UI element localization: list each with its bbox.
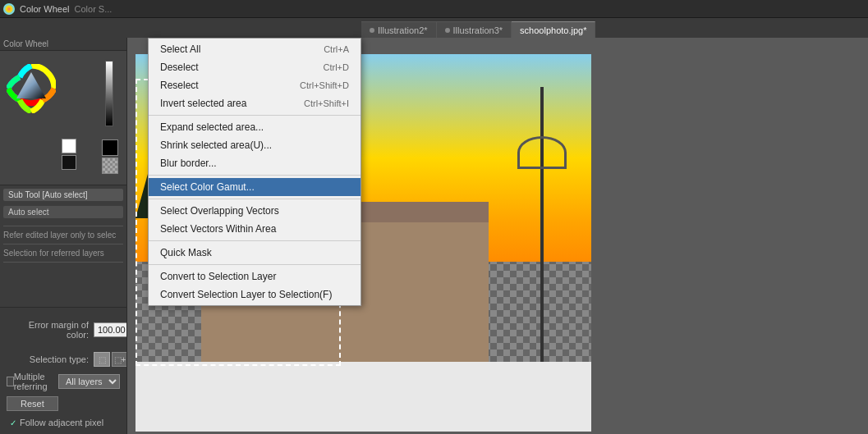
reset-row: Reset — [7, 396, 120, 411]
menu-item-expand[interactable]: Expand selected area... — [149, 118, 361, 136]
menu-item-color-gamut[interactable]: Select Color Gamut... — [149, 178, 361, 196]
swatch-transparent[interactable] — [102, 158, 118, 174]
menu-item-convert-selection-layer[interactable]: Convert to Selection Layer — [149, 267, 361, 286]
tab-dot — [370, 28, 374, 33]
app-tab2: Color S... — [75, 4, 113, 14]
multiple-referring-label: Multiple referring — [14, 372, 58, 391]
color-strip[interactable] — [105, 61, 113, 126]
menu-sep3 — [149, 199, 361, 199]
multiple-referring-row: Multiple referring All layers — [7, 372, 120, 391]
sel-new-icon[interactable]: ⬚ — [94, 352, 110, 367]
menu-item-vectors-within-area[interactable]: Select Vectors Within Area — [149, 220, 361, 238]
sub-tool-header: Sub Tool [Auto select] — [3, 189, 123, 201]
referred-layer-text: Refer edited layer only to selec — [0, 229, 126, 241]
reset-button[interactable]: Reset — [7, 396, 58, 411]
dish — [517, 136, 567, 169]
swatch-black[interactable] — [102, 139, 118, 156]
sep1 — [3, 226, 123, 226]
menu-item-convert-selection-layer-to-selection[interactable]: Convert Selection Layer to Selection(F) — [149, 286, 361, 304]
checkmark-icon: ✓ — [10, 418, 16, 427]
left-panel: Color Wheel — [0, 38, 127, 434]
error-margin-row: Error margin of color: ▶ OK Cancel — [7, 313, 120, 347]
snow-ground — [135, 362, 591, 432]
dropdown-menu: Select All Ctrl+A Deselect Ctrl+D Resele… — [148, 38, 361, 306]
menu-sep4 — [149, 240, 361, 241]
follow-adjacent-label: Follow adjacent pixel — [20, 418, 103, 427]
selection-type-label: Selection type: — [7, 354, 89, 364]
app-title: Color Wheel — [20, 4, 70, 14]
menu-item-blur-border[interactable]: Blur border... — [149, 154, 361, 172]
menu-sep5 — [149, 264, 361, 265]
error-margin-label: Error margin of color: — [7, 320, 89, 340]
menu-item-quick-mask[interactable]: Quick Mask — [149, 244, 361, 262]
swatch-dark[interactable] — [62, 155, 76, 170]
app-icon — [3, 3, 15, 15]
color-wheel-area: Color Wheel — [0, 38, 126, 185]
top-bar: Color Wheel Color S... — [0, 0, 868, 18]
selection-type-icons: ⬚ ⬚+ ⬚− — [94, 352, 127, 367]
menu-item-reselect[interactable]: Reselect Ctrl+Shift+D — [149, 76, 361, 94]
menu-item-select-all[interactable]: Select All Ctrl+A — [149, 40, 361, 58]
swatch-white[interactable] — [62, 139, 76, 153]
tab-illustration3[interactable]: Illustration3* — [437, 21, 512, 38]
sep2 — [3, 244, 123, 244]
sub-tool-area: Sub Tool [Auto select] Auto select — [0, 185, 126, 223]
menu-item-invert[interactable]: Invert selected area Ctrl+Shift+I — [149, 94, 361, 112]
error-margin-input[interactable] — [94, 322, 127, 337]
color-wheel-panel-header: Color Wheel — [0, 38, 126, 51]
menu-item-shrink[interactable]: Shrink selected area(U)... — [149, 136, 361, 154]
tab-schoolphoto[interactable]: schoolphoto.jpg* — [512, 21, 595, 38]
main-area: Color Wheel — [0, 38, 868, 434]
color-swatches — [102, 139, 118, 174]
follow-adjacent-row: ✓ Follow adjacent pixel — [7, 416, 120, 429]
tab-illustration2[interactable]: Illustration2* — [361, 21, 437, 38]
menu-sep1 — [149, 115, 361, 116]
bottom-panel: Error margin of color: ▶ OK Cancel Selec… — [0, 307, 126, 434]
menu-item-deselect[interactable]: Deselect Ctrl+D — [149, 58, 361, 76]
menu-sep2 — [149, 175, 361, 176]
selection-type-row: Selection type: ⬚ ⬚+ ⬚− — [7, 352, 120, 367]
multiple-referring-checkbox[interactable] — [7, 377, 14, 386]
selection-for-text: Selection for referred layers — [0, 247, 126, 259]
all-layers-select[interactable]: All layers — [58, 374, 120, 389]
sel-add-icon[interactable]: ⬚+ — [112, 352, 127, 367]
color-wheel-svg[interactable] — [7, 64, 56, 113]
tab-dot — [445, 28, 450, 33]
auto-select-item[interactable]: Auto select — [3, 206, 123, 218]
tab-bar: Illustration2* Illustration3* schoolphot… — [0, 18, 868, 38]
sep3 — [3, 262, 123, 263]
menu-item-overlapping-vectors[interactable]: Select Overlapping Vectors — [149, 202, 361, 220]
